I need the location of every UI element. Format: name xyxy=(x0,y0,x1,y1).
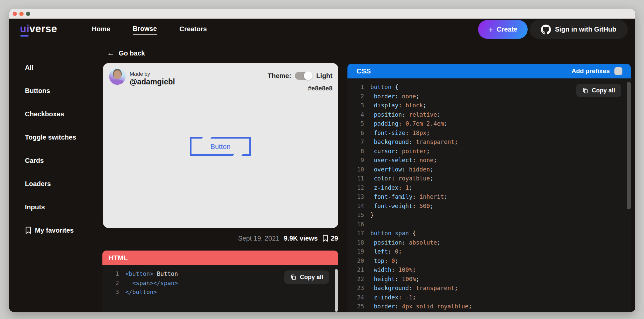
add-prefixes-checkbox[interactable] xyxy=(614,67,622,75)
line-number: 7 xyxy=(347,138,364,147)
line-number: 8 xyxy=(347,147,364,156)
author-handle[interactable]: @adamgiebl xyxy=(130,77,175,86)
code-line: 9 user-select: none; xyxy=(347,156,631,165)
code-text: height: 100%; xyxy=(370,275,420,284)
line-number: 25 xyxy=(347,302,364,311)
line-number: 20 xyxy=(347,257,364,266)
code-text: position: absolute; xyxy=(370,238,441,248)
add-prefixes-label: Add prefixes xyxy=(572,67,610,75)
uiverse-logo[interactable]: uiverse xyxy=(20,23,57,35)
css-panel-scrollbar[interactable] xyxy=(627,82,631,209)
line-number: 2 xyxy=(347,92,364,101)
line-number: 1 xyxy=(102,269,119,279)
traffic-light-minimize[interactable] xyxy=(19,12,24,16)
code-text: font-weight: 500; xyxy=(370,202,434,211)
line-number: 3 xyxy=(347,101,364,110)
category-sidebar: AllButtonsCheckboxesToggle switchesCards… xyxy=(25,63,102,234)
code-text: } xyxy=(370,211,374,220)
line-number: 17 xyxy=(347,229,364,238)
line-number: 13 xyxy=(347,192,364,202)
line-number: 12 xyxy=(347,183,364,193)
code-line: 15} xyxy=(347,211,631,220)
code-line: 23 background: transparent; xyxy=(347,284,631,293)
sidebar-item-label: Cards xyxy=(25,157,44,164)
traffic-light-close[interactable] xyxy=(13,12,17,16)
code-text: button span { xyxy=(370,229,416,238)
html-copy-all-button[interactable]: Copy all xyxy=(284,270,329,284)
bookmark-icon xyxy=(322,234,328,242)
line-number: 23 xyxy=(347,284,364,293)
line-number: 10 xyxy=(347,165,364,174)
sidebar-item-label: All xyxy=(25,64,34,71)
code-line: 5 padding: 0.7em 2.4em; xyxy=(347,119,631,129)
code-text: <span></span> xyxy=(125,279,178,288)
sidebar-item-toggle-switches[interactable]: Toggle switches xyxy=(25,133,102,141)
sidebar-item-label: Inputs xyxy=(25,203,45,211)
css-copy-all-button[interactable]: Copy all xyxy=(576,84,621,97)
html-panel-scrollbar[interactable] xyxy=(335,269,338,312)
sidebar-item-loaders[interactable]: Loaders xyxy=(25,180,102,188)
line-number: 24 xyxy=(347,293,364,302)
github-signin-label: Sign in with GitHub xyxy=(555,26,616,33)
code-text: z-index: 1; xyxy=(370,183,412,193)
go-back-label: Go back xyxy=(119,50,145,57)
line-number: 14 xyxy=(347,202,364,211)
github-icon xyxy=(541,25,551,35)
code-text: </button> xyxy=(125,288,157,297)
css-panel-header: CSS Add prefixes xyxy=(347,64,631,78)
nav-creators[interactable]: Creators xyxy=(180,25,207,34)
nav-home[interactable]: Home xyxy=(92,25,110,34)
css-code-block: 1button {2 border: none;3 display: block… xyxy=(347,78,631,311)
line-number: 1 xyxy=(347,83,364,92)
code-text: position: relative; xyxy=(370,110,441,120)
code-text: cursor: pointer; xyxy=(370,147,430,156)
html-panel-title: HTML xyxy=(108,254,128,262)
line-number: 9 xyxy=(347,156,364,165)
code-line: 17button span { xyxy=(347,229,631,238)
create-button-label: Create xyxy=(497,26,517,33)
sidebar-item-label: Checkboxes xyxy=(25,110,64,118)
code-text: z-index: -1; xyxy=(370,293,416,302)
theme-toggle[interactable] xyxy=(295,72,313,80)
code-text: background: transparent; xyxy=(370,284,458,293)
logo-ui-part: ui xyxy=(20,23,30,35)
code-text: border: 4px solid royalblue; xyxy=(370,302,472,311)
code-line: 3</button> xyxy=(102,288,338,297)
create-button[interactable]: + Create xyxy=(478,20,528,39)
author-avatar[interactable] xyxy=(109,68,126,85)
line-number: 21 xyxy=(347,266,364,275)
sidebar-item-cards[interactable]: Cards xyxy=(25,157,102,164)
theme-label: Theme: xyxy=(268,72,291,80)
uiverse-app: uiverse HomeBrowseCreators + Create Sign… xyxy=(9,19,635,312)
sidebar-item-checkboxes[interactable]: Checkboxes xyxy=(25,110,102,118)
preview-element-button[interactable]: Button xyxy=(190,137,251,156)
traffic-lights xyxy=(13,12,30,16)
line-number: 3 xyxy=(102,288,119,297)
main-nav: HomeBrowseCreators xyxy=(92,19,207,41)
html-copy-all-label: Copy all xyxy=(300,274,323,281)
line-number: 2 xyxy=(102,279,119,288)
css-panel-title: CSS xyxy=(356,67,371,75)
code-text: font-size: 18px; xyxy=(370,129,430,138)
line-number: 16 xyxy=(347,220,364,229)
github-signin-button[interactable]: Sign in with GitHub xyxy=(530,20,628,39)
line-number: 15 xyxy=(347,211,364,220)
bookmark-icon xyxy=(25,226,32,234)
theme-value: Light xyxy=(316,72,332,80)
sidebar-item-all[interactable]: All xyxy=(25,63,102,71)
back-arrow-icon: ← xyxy=(107,50,114,57)
code-line: 18 position: absolute; xyxy=(347,238,631,248)
line-number: 5 xyxy=(347,119,364,129)
code-line: 25 border: 4px solid royalblue; xyxy=(347,302,631,311)
nav-browse[interactable]: Browse xyxy=(133,25,157,35)
traffic-light-zoom[interactable] xyxy=(26,12,30,16)
code-line: 19 left: 0; xyxy=(347,247,631,257)
preview-card: Made by @adamgiebl Theme: Light #e8e8e8 … xyxy=(103,63,338,228)
go-back-button[interactable]: ← Go back xyxy=(107,49,145,57)
sidebar-item-inputs[interactable]: Inputs xyxy=(25,203,102,211)
sidebar-item-buttons[interactable]: Buttons xyxy=(25,87,102,95)
sidebar-item-label: Toggle switches xyxy=(25,134,76,141)
sidebar-item-my-favorites[interactable]: My favorites xyxy=(25,226,102,234)
preview-button-label: Button xyxy=(210,143,231,151)
views-count: 9.9K views xyxy=(284,235,318,242)
